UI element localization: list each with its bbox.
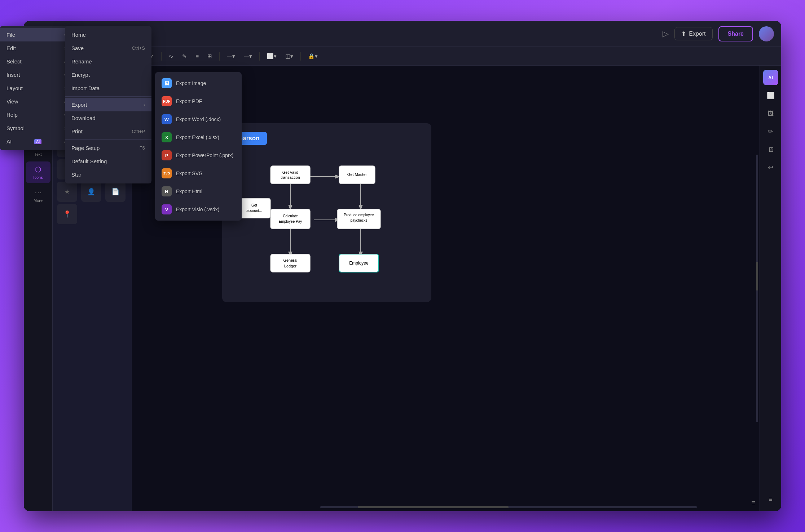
file-print[interactable]: Print Ctrl+P — [65, 125, 151, 138]
ai-icon: AI — [34, 139, 41, 144]
file-export[interactable]: Export › — [65, 98, 151, 111]
file-submenu: Home Save Ctrl+S Rename Encrypt Import D… — [65, 26, 151, 183]
file-print-label: Print — [71, 128, 83, 134]
file-rename-label: Rename — [71, 58, 92, 65]
file-star[interactable]: Star — [65, 168, 151, 181]
file-home-label: Home — [71, 32, 86, 38]
file-export-arrow: › — [144, 102, 145, 107]
file-pagesetup[interactable]: Page Setup F6 — [65, 141, 151, 155]
export-image[interactable]: 🖼 Export Image — [155, 74, 242, 92]
export-pdf-icon: PDF — [162, 96, 172, 106]
export-visio-icon: V — [162, 204, 172, 214]
export-pdf[interactable]: PDF Export PDF — [155, 92, 242, 110]
separator-2 — [65, 139, 151, 140]
file-import-label: Import Data — [71, 85, 100, 91]
file-default[interactable]: Default Setting — [65, 155, 151, 168]
separator-1 — [65, 96, 151, 97]
export-html[interactable]: H Export Html — [155, 182, 242, 200]
export-submenu: 🖼 Export Image PDF Export PDF W Export W… — [155, 72, 242, 221]
export-image-label: Export Image — [176, 80, 206, 86]
export-excel-label: Export Excel (.xlsx) — [176, 134, 219, 140]
file-save-label: Save — [71, 45, 84, 51]
file-default-label: Default Setting — [71, 158, 107, 164]
export-visio[interactable]: V Export Visio (.vsdx) — [155, 200, 242, 218]
export-svg[interactable]: SVG Export SVG — [155, 164, 242, 182]
file-pagesetup-shortcut: F6 — [140, 145, 145, 151]
file-star-label: Star — [71, 172, 82, 178]
file-encrypt[interactable]: Encrypt — [65, 68, 151, 81]
file-download-label: Download — [71, 115, 96, 121]
file-encrypt-label: Encrypt — [71, 72, 90, 78]
export-word[interactable]: W Export Word (.docx) — [155, 110, 242, 128]
file-pagesetup-label: Page Setup — [71, 145, 100, 151]
export-excel-icon: X — [162, 132, 172, 142]
export-svg-icon: SVG — [162, 168, 172, 178]
nav-symbol-label: Symbol — [24, 125, 25, 131]
file-save[interactable]: Save Ctrl+S — [65, 41, 151, 55]
export-excel[interactable]: X Export Excel (.xlsx) — [155, 128, 242, 146]
export-html-icon: H — [162, 186, 172, 196]
export-word-icon: W — [162, 114, 172, 124]
file-home[interactable]: Home — [65, 28, 151, 41]
export-ppt-icon: P — [162, 150, 172, 160]
file-export-label: Export — [71, 102, 87, 108]
file-download[interactable]: Download — [65, 111, 151, 125]
menu-overlay[interactable]: File › Edit › Select › Insert › Layout ›… — [24, 21, 781, 511]
export-word-label: Export Word (.docx) — [176, 116, 221, 122]
export-ppt-label: Export PowerPoint (.pptx) — [176, 152, 234, 158]
export-svg-label: Export SVG — [176, 170, 203, 176]
file-print-shortcut: Ctrl+P — [132, 129, 145, 134]
export-html-label: Export Html — [176, 189, 202, 194]
file-save-shortcut: Ctrl+S — [132, 45, 145, 51]
file-import[interactable]: Import Data — [65, 81, 151, 95]
export-ppt[interactable]: P Export PowerPoint (.pptx) — [155, 146, 242, 164]
export-visio-label: Export Visio (.vsdx) — [176, 207, 219, 212]
export-image-icon: 🖼 — [162, 78, 172, 88]
file-rename[interactable]: Rename — [65, 55, 151, 68]
export-pdf-label: Export PDF — [176, 98, 202, 104]
